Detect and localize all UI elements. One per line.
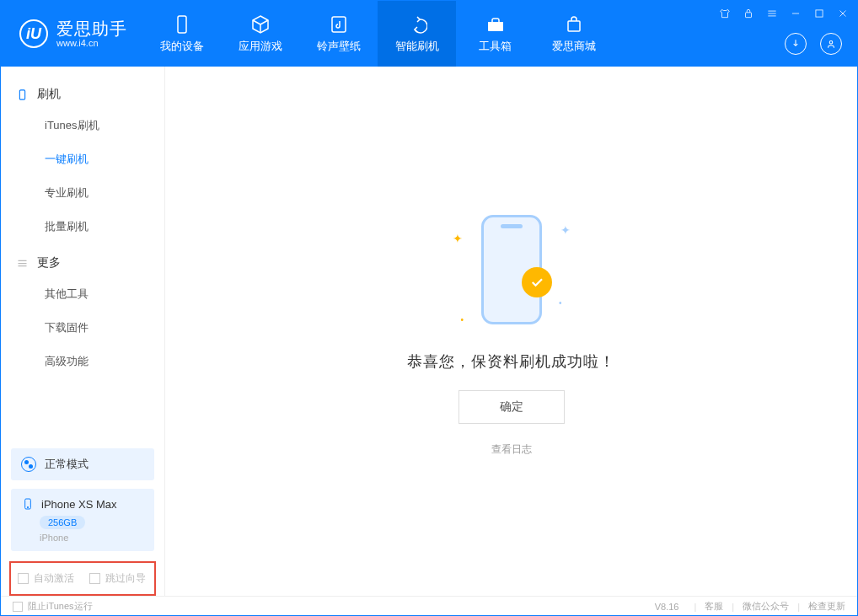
app-subtitle: www.i4.cn: [56, 38, 127, 48]
refresh-icon: [406, 13, 428, 35]
nav-label: 爱思商城: [552, 39, 596, 54]
sidebar-item-oneclick-flash[interactable]: 一键刷机: [1, 142, 164, 176]
device-info-box[interactable]: iPhone XS Max 256GB iPhone: [11, 489, 154, 551]
sidebar-section-more: 更多 其他工具 下载固件 高级功能: [1, 249, 164, 378]
shirt-icon[interactable]: [719, 8, 731, 19]
sparkle-icon: ✦: [453, 232, 463, 245]
main-content: ✦ ✦ • • 恭喜您，保资料刷机成功啦！ 确定 查看日志: [165, 67, 857, 596]
music-icon: [328, 13, 350, 35]
download-icon[interactable]: [785, 33, 807, 55]
sidebar-section-flash: 刷机 iTunes刷机 一键刷机 专业刷机 批量刷机: [1, 80, 164, 244]
header-bar: iU 爱思助手 www.i4.cn 我的设备 应用游戏 铃声壁纸 智能刷机 工具…: [1, 1, 857, 67]
logo-text: 爱思助手 www.i4.cn: [56, 19, 127, 48]
success-message: 恭喜您，保资料刷机成功啦！: [407, 351, 615, 372]
sidebar: 刷机 iTunes刷机 一键刷机 专业刷机 批量刷机 更多 其他工具 下载固件 …: [1, 67, 165, 596]
maximize-icon[interactable]: [813, 8, 825, 19]
confirm-button[interactable]: 确定: [458, 390, 565, 424]
options-highlighted-box: 自动激活 跳过向导: [9, 561, 156, 596]
svg-rect-0: [178, 16, 186, 33]
close-icon[interactable]: [837, 8, 849, 19]
toolbox-icon: [485, 13, 507, 35]
sidebar-item-pro-flash[interactable]: 专业刷机: [1, 176, 164, 210]
checkbox-skip-guide[interactable]: 跳过向导: [89, 571, 146, 586]
main-nav: 我的设备 应用游戏 铃声壁纸 智能刷机 工具箱 爱思商城: [142, 1, 613, 67]
checkbox-icon: [89, 573, 100, 584]
user-icon[interactable]: [820, 33, 842, 55]
svg-rect-6: [19, 89, 24, 99]
svg-rect-2: [568, 21, 580, 31]
app-title: 爱思助手: [56, 19, 127, 38]
phone-icon: [21, 497, 35, 511]
footer-link-support[interactable]: 客服: [705, 600, 723, 613]
logo-icon: iU: [19, 19, 48, 48]
list-icon: [16, 257, 29, 270]
svg-rect-4: [816, 10, 823, 17]
checkbox-label: 自动激活: [34, 571, 74, 586]
menu-icon[interactable]: [766, 8, 778, 19]
sidebar-header-label: 更多: [37, 255, 61, 271]
cube-icon: [249, 13, 271, 35]
sparkle-icon: •: [461, 315, 464, 324]
nav-label: 工具箱: [479, 39, 512, 54]
sidebar-item-advanced[interactable]: 高级功能: [1, 345, 164, 378]
nav-store[interactable]: 爱思商城: [534, 1, 613, 67]
window-controls: [719, 8, 849, 19]
footer-bar: 阻止iTunes运行 V8.16 | 客服 | 微信公众号 | 检查更新: [1, 596, 857, 616]
checkbox-label: 阻止iTunes运行: [28, 600, 93, 613]
nav-label: 应用游戏: [239, 39, 282, 54]
checkbox-icon: [13, 602, 23, 612]
svg-rect-3: [746, 13, 752, 18]
store-icon: [563, 13, 585, 35]
sidebar-item-download-firmware[interactable]: 下载固件: [1, 311, 164, 345]
device-name: iPhone XS Max: [41, 498, 117, 511]
check-badge-icon: [522, 267, 552, 297]
sidebar-item-batch-flash[interactable]: 批量刷机: [1, 210, 164, 244]
device-storage: 256GB: [40, 516, 85, 529]
footer-link-wechat[interactable]: 微信公众号: [743, 600, 789, 613]
checkbox-block-itunes[interactable]: 阻止iTunes运行: [13, 600, 93, 613]
nav-smart-flash[interactable]: 智能刷机: [378, 1, 456, 67]
sidebar-header-more: 更多: [1, 249, 164, 277]
sidebar-header-label: 刷机: [37, 87, 61, 102]
device-name-row: iPhone XS Max: [21, 497, 144, 511]
device-type: iPhone: [40, 533, 144, 543]
svg-rect-1: [332, 17, 346, 32]
footer-right: V8.16 | 客服 | 微信公众号 | 检查更新: [655, 600, 845, 613]
svg-point-8: [27, 506, 28, 507]
mode-status-box[interactable]: 正常模式: [11, 448, 154, 480]
nav-ringtone-wallpaper[interactable]: 铃声壁纸: [299, 1, 378, 67]
header-actions: [785, 33, 842, 55]
footer-link-update[interactable]: 检查更新: [808, 600, 845, 613]
checkbox-label: 跳过向导: [105, 571, 146, 586]
nav-label: 我的设备: [160, 39, 204, 54]
body-area: 刷机 iTunes刷机 一键刷机 专业刷机 批量刷机 更多 其他工具 下载固件 …: [1, 67, 857, 596]
sidebar-item-itunes-flash[interactable]: iTunes刷机: [1, 109, 164, 142]
checkbox-auto-activate[interactable]: 自动激活: [18, 571, 74, 586]
device-icon: [171, 13, 193, 35]
view-log-link[interactable]: 查看日志: [491, 442, 532, 457]
nav-apps-games[interactable]: 应用游戏: [221, 1, 299, 67]
svg-point-5: [829, 41, 833, 45]
success-illustration: ✦ ✦ • •: [436, 206, 587, 333]
nav-label: 智能刷机: [395, 39, 439, 54]
sidebar-item-other-tools[interactable]: 其他工具: [1, 277, 164, 311]
version-label: V8.16: [655, 602, 679, 612]
minimize-icon[interactable]: [790, 8, 802, 19]
phone-icon: [16, 88, 29, 101]
logo-area: iU 爱思助手 www.i4.cn: [1, 1, 142, 67]
mode-icon: [21, 457, 36, 472]
mode-label: 正常模式: [45, 457, 88, 472]
nav-label: 铃声壁纸: [317, 39, 361, 54]
lock-icon[interactable]: [743, 8, 754, 19]
nav-toolbox[interactable]: 工具箱: [456, 1, 534, 67]
nav-my-device[interactable]: 我的设备: [142, 1, 221, 67]
sparkle-icon: •: [559, 298, 562, 308]
sidebar-header-flash: 刷机: [1, 80, 164, 109]
checkbox-icon: [18, 573, 29, 584]
sparkle-icon: ✦: [560, 223, 571, 237]
